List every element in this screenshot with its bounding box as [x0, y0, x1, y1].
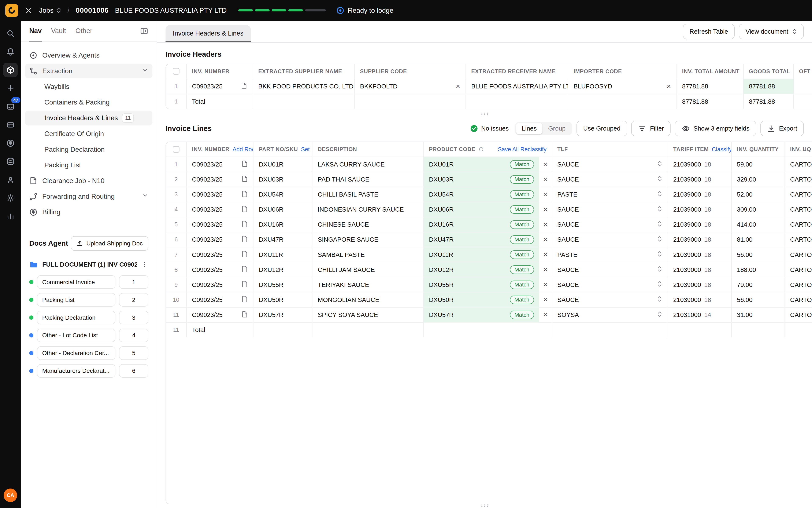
view-document-button[interactable]: View document — [739, 24, 804, 39]
close-job-button[interactable] — [25, 6, 33, 15]
document-page-number[interactable]: 5 — [119, 346, 148, 360]
tlf-select[interactable]: PASTE — [552, 187, 668, 202]
sidebar-item-containers-packing[interactable]: Containers & Packing — [25, 95, 153, 110]
sidebar-item-overview-agents[interactable]: Overview & Agents — [25, 48, 153, 62]
show-empty-fields-button[interactable]: Show 3 empty fields — [675, 121, 756, 136]
add-row-link[interactable]: Add Row — [233, 146, 253, 153]
invoice-line-row[interactable]: 2C09023/25DXU03RPAD THAI SAUCEDXU03RMatc… — [166, 172, 812, 187]
sidebar-item-packing-declaration[interactable]: Packing Declaration — [25, 142, 153, 157]
folder-menu-button[interactable] — [141, 261, 148, 268]
clear-match-icon[interactable]: ✕ — [539, 232, 552, 247]
clear-match-icon[interactable]: ✕ — [539, 217, 552, 232]
invoice-line-row[interactable]: 7C09023/25DXU11RSAMBAL PASTEDXU11RMatch✕… — [166, 247, 812, 262]
tlf-select[interactable]: PASTE — [552, 247, 668, 262]
save-all-link[interactable]: Save All — [498, 146, 519, 153]
invoice-line-row[interactable]: 3C09023/25DXU54RCHILLI BASIL PASTEDXU54R… — [166, 187, 812, 202]
table-resize-handle[interactable] — [165, 109, 804, 119]
sidebar-item-billing[interactable]: Billing — [25, 205, 153, 219]
filter-button[interactable]: Filter — [631, 121, 671, 136]
tlf-select[interactable]: SAUCE — [552, 157, 668, 172]
clear-importer-code-icon[interactable]: ✕ — [666, 84, 671, 89]
sidebar-item-extraction[interactable]: Extraction — [25, 64, 153, 78]
document-label[interactable]: Other - Declaration Cer... — [37, 346, 115, 360]
document-label[interactable]: Packing Declaration — [37, 311, 115, 324]
payments-icon[interactable] — [3, 118, 18, 132]
tab-nav[interactable]: Nav — [29, 21, 42, 41]
document-page-number[interactable]: 4 — [119, 329, 148, 342]
sidebar-item-clearance-job-n10[interactable]: Clearance Job - N10 — [25, 173, 153, 188]
clear-match-icon[interactable]: ✕ — [539, 308, 552, 322]
clear-match-icon[interactable]: ✕ — [539, 262, 552, 277]
analytics-icon[interactable] — [3, 209, 18, 224]
toggle-lines[interactable]: Lines — [516, 123, 542, 134]
settings-icon[interactable] — [3, 190, 18, 205]
table-resize-handle-bottom[interactable] — [165, 503, 804, 508]
classify-all-link[interactable]: Classify All — [712, 146, 732, 153]
tab-invoice-headers-lines[interactable]: Invoice Headers & Lines — [165, 25, 251, 42]
app-logo[interactable] — [5, 4, 18, 17]
use-grouped-button[interactable]: Use Grouped — [576, 121, 627, 136]
invoice-line-row[interactable]: 6C09023/25DXU47RSINGAPORE SAUCEDXU47RMat… — [166, 232, 812, 247]
document-page-number[interactable]: 2 — [119, 293, 148, 306]
document-label[interactable]: Other - Lot Code List — [37, 329, 115, 342]
avatar[interactable]: CA — [4, 489, 17, 502]
invoice-line-row[interactable]: 8C09023/25DXU12RCHILLI JAM SAUCEDXU12RMa… — [166, 262, 812, 278]
toggle-group[interactable]: Group — [542, 123, 571, 134]
tlf-select[interactable]: SAUCE — [552, 278, 668, 292]
document-page-number[interactable]: 1 — [119, 275, 148, 289]
sidebar-item-certificate-of-origin[interactable]: Certificate Of Origin — [25, 126, 153, 141]
upload-shipping-doc-button[interactable]: Upload Shipping Doc — [71, 236, 148, 251]
select-all-checkbox[interactable] — [173, 68, 180, 75]
invoice-line-row[interactable]: 9C09023/25DXU55RTERIYAKI SAUCEDXU55RMatc… — [166, 278, 812, 292]
clear-match-icon[interactable]: ✕ — [539, 247, 552, 262]
invoice-line-row[interactable]: 11C09023/25DXU57RSPICY SOYA SAUCEDXU57RM… — [166, 308, 812, 323]
jobs-switcher[interactable]: Jobs — [39, 7, 61, 14]
add-icon[interactable] — [3, 81, 18, 96]
invoice-line-row[interactable]: 10C09023/25DXU50RMONGOLIAN SAUCEDXU50RMa… — [166, 292, 812, 307]
column-header-supplier-code[interactable]: SUPPLIER CODE — [355, 64, 466, 79]
clear-match-icon[interactable]: ✕ — [539, 278, 552, 292]
clear-match-icon[interactable]: ✕ — [539, 172, 552, 186]
column-header-importer-code[interactable]: IMPORTER CODE — [568, 64, 677, 79]
clear-match-icon[interactable]: ✕ — [539, 202, 552, 217]
document-page-number[interactable]: 3 — [119, 311, 148, 324]
sidebar-item-forwarding-and-routing[interactable]: Forwarding and Routing — [25, 189, 153, 204]
export-button[interactable]: Export — [760, 121, 804, 136]
refresh-table-button[interactable]: Refresh Table — [683, 24, 734, 39]
invoice-line-row[interactable]: 4C09023/25DXU06RINDONESIAN CURRY SAUCEDX… — [166, 202, 812, 217]
select-all-checkbox[interactable] — [173, 146, 180, 153]
sidebar-item-packing-list[interactable]: Packing List — [25, 158, 153, 172]
jobs-icon[interactable] — [3, 62, 18, 77]
notifications-icon[interactable] — [3, 44, 18, 59]
tlf-select[interactable]: SAUCE — [552, 172, 668, 186]
clear-match-icon[interactable]: ✕ — [539, 187, 552, 202]
column-header-oft[interactable]: OFT — [794, 64, 812, 79]
tlf-select[interactable]: SAUCE — [552, 202, 668, 217]
tlf-select[interactable]: SAUCE — [552, 217, 668, 232]
contacts-icon[interactable] — [3, 172, 18, 187]
reclassify-link[interactable]: Reclassify — [520, 146, 546, 153]
set-link[interactable]: Set — [301, 146, 310, 153]
tlf-select[interactable]: SAUCE — [552, 262, 668, 277]
clear-supplier-code-icon[interactable]: ✕ — [456, 84, 461, 89]
inbox-icon[interactable]: 47 — [3, 99, 18, 114]
invoice-header-row[interactable]: 1C09023/25BKK FOOD PRODUCTS CO. LTDBKKFO… — [166, 79, 812, 94]
tab-vault[interactable]: Vault — [51, 21, 66, 41]
clear-match-icon[interactable]: ✕ — [539, 292, 552, 307]
sidebar-item-waybills[interactable]: Waybills — [25, 79, 153, 94]
tab-other[interactable]: Other — [76, 21, 92, 41]
sidebar-item-invoice-headers-lines[interactable]: Invoice Headers & Lines11 — [25, 111, 153, 125]
column-header-goods-total[interactable]: GOODS TOTAL — [744, 64, 794, 79]
currency-icon[interactable] — [3, 136, 18, 151]
document-folder-row[interactable]: FULL DOCUMENT (1) INV C09023-... — [29, 260, 148, 269]
database-icon[interactable] — [3, 154, 18, 169]
invoice-line-row[interactable]: 1C09023/25DXU01RLAKSA CURRY SAUCEDXU01RM… — [166, 157, 812, 172]
clear-match-icon[interactable]: ✕ — [539, 157, 552, 172]
invoice-line-row[interactable]: 5C09023/25DXU16RCHINESE SAUCEDXU16RMatch… — [166, 217, 812, 232]
document-label[interactable]: Packing List — [37, 293, 115, 306]
column-header-extracted-receiver-name[interactable]: EXTRACTED RECEIVER NAME — [466, 64, 568, 79]
tlf-select[interactable]: SOYSA — [552, 308, 668, 322]
tlf-select[interactable]: SAUCE — [552, 292, 668, 307]
column-header-inv-number[interactable]: INV. NUMBER — [187, 64, 253, 79]
collapse-sidebar-button[interactable] — [140, 27, 148, 35]
